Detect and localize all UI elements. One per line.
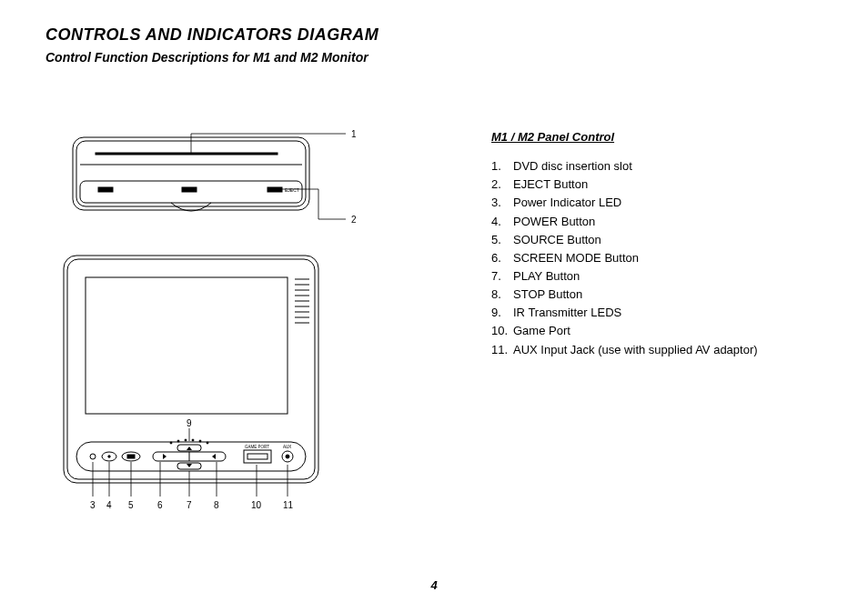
legend-title: M1 / M2 Panel Control (491, 128, 823, 146)
eject-label: EJECT (285, 187, 299, 193)
svg-marker-44 (187, 464, 192, 467)
svg-rect-13 (64, 256, 318, 483)
list-item: 3.Power Indicator LED (491, 194, 823, 212)
callout-11: 11 (283, 500, 294, 510)
list-item: 6.SCREEN MODE Button (491, 249, 823, 267)
callout-4: 4 (106, 500, 112, 510)
svg-point-48 (286, 455, 289, 458)
callout-10: 10 (251, 500, 262, 510)
callout-3: 3 (90, 500, 96, 510)
callout-7: 7 (187, 500, 192, 510)
svg-marker-40 (212, 454, 216, 459)
callout-6: 6 (157, 500, 163, 510)
svg-point-30 (199, 440, 201, 442)
svg-rect-6 (182, 187, 197, 192)
svg-point-34 (108, 456, 110, 457)
list-item: 5.SOURCE Button (491, 231, 823, 249)
svg-rect-15 (86, 277, 288, 414)
svg-point-26 (170, 442, 172, 444)
svg-point-31 (207, 442, 208, 444)
top-device-diagram: EJECT 1 2 (45, 128, 391, 228)
svg-marker-43 (187, 446, 192, 450)
list-item: 4.POWER Button (491, 213, 823, 231)
svg-point-28 (185, 439, 187, 441)
svg-point-29 (192, 439, 194, 441)
list-item: 1.DVD disc insertion slot (491, 157, 823, 176)
svg-point-27 (177, 440, 179, 442)
list-item: 7.PLAY Button (491, 267, 823, 286)
callout-1: 1 (351, 129, 357, 139)
callout-8: 8 (214, 500, 219, 510)
callout-5: 5 (128, 500, 134, 510)
svg-rect-5 (98, 187, 113, 192)
legend-column: M1 / M2 Panel Control 1.DVD disc inserti… (428, 128, 823, 519)
legend-list: 1.DVD disc insertion slot 2.EJECT Button… (491, 157, 823, 359)
callout-9: 9 (187, 418, 192, 428)
monitor-diagram: GAME PORT AUX 9 (45, 246, 391, 519)
list-item: 11.AUX Input Jack (use with supplied AV … (491, 341, 823, 359)
callout-2: 2 (351, 215, 357, 225)
list-item: 9.IR Transmitter LEDS (491, 304, 823, 322)
page-title: CONTROLS AND INDICATORS DIAGRAM (45, 25, 823, 45)
svg-rect-2 (96, 153, 278, 155)
list-item: 8.STOP Button (491, 286, 823, 304)
diagram-column: EJECT 1 2 (45, 128, 428, 519)
svg-rect-7 (267, 187, 282, 192)
game-port-label: GAME PORT (245, 445, 269, 449)
svg-marker-39 (163, 454, 167, 459)
page-number: 4 (0, 578, 868, 592)
page-subtitle: Control Function Descriptions for M1 and… (45, 50, 823, 65)
svg-point-32 (90, 454, 96, 459)
list-item: 10.Game Port (491, 322, 823, 340)
aux-label: AUX (283, 445, 291, 449)
svg-rect-46 (247, 454, 267, 459)
svg-rect-36 (127, 455, 135, 458)
svg-rect-14 (67, 259, 315, 479)
list-item: 2.EJECT Button (491, 176, 823, 194)
